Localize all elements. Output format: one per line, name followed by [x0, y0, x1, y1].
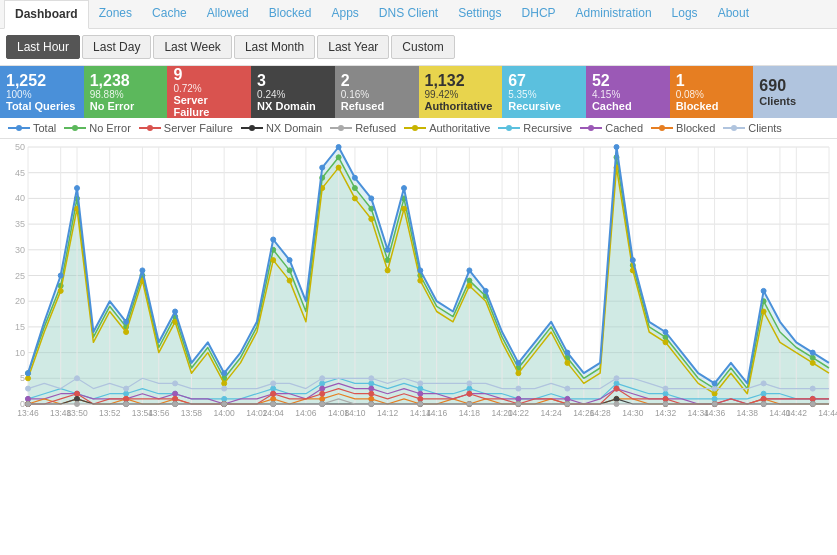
svg-point-5: [147, 125, 153, 131]
stat-nxdomain: 3 0.24% NX Domain: [251, 66, 335, 118]
svg-point-11: [412, 125, 418, 131]
svg-point-160: [222, 396, 227, 401]
legend-cached[interactable]: Cached: [580, 122, 643, 134]
svg-point-253: [614, 402, 619, 407]
svg-point-283: [287, 258, 292, 263]
stat-refused-label: Refused: [341, 100, 413, 112]
svg-point-219: [614, 386, 619, 391]
svg-point-243: [124, 402, 129, 407]
svg-point-288: [385, 247, 390, 252]
stat-servfail-value: 9: [173, 66, 245, 84]
svg-point-220: [663, 396, 668, 401]
legend-total[interactable]: Total: [8, 122, 56, 134]
svg-point-285: [336, 145, 341, 150]
stat-servfail-label: Server Failure: [173, 94, 245, 118]
svg-point-173: [26, 396, 31, 401]
svg-point-138: [271, 258, 276, 263]
btn-last-hour[interactable]: Last Hour: [6, 35, 80, 59]
chart-legend: Total No Error Server Failure NX Domain …: [0, 118, 837, 139]
svg-point-197: [369, 396, 374, 401]
svg-point-260: [124, 386, 129, 391]
svg-point-209: [124, 396, 129, 401]
svg-text:14:16: 14:16: [426, 408, 448, 418]
svg-point-254: [663, 402, 668, 407]
btn-custom[interactable]: Custom: [391, 35, 454, 59]
legend-servfail[interactable]: Server Failure: [139, 122, 233, 134]
stat-recursive-label: Recursive: [508, 100, 580, 112]
svg-point-131: [26, 376, 31, 381]
svg-text:14:28: 14:28: [590, 408, 612, 418]
svg-point-263: [271, 381, 276, 386]
stats-row: 1,252 100% Total Queries 1,238 98.88% No…: [0, 66, 837, 118]
nav-about[interactable]: About: [708, 0, 759, 28]
legend-total-label: Total: [33, 122, 56, 134]
svg-text:20: 20: [15, 296, 25, 306]
svg-point-241: [26, 402, 31, 407]
stat-noerror-pct: 98.88%: [90, 89, 162, 100]
svg-text:10: 10: [15, 348, 25, 358]
svg-text:14:12: 14:12: [377, 408, 399, 418]
legend-cached-label: Cached: [605, 122, 643, 134]
svg-point-284: [320, 165, 325, 170]
svg-text:45: 45: [15, 168, 25, 178]
nav-cache[interactable]: Cache: [142, 0, 197, 28]
btn-last-day[interactable]: Last Day: [82, 35, 151, 59]
stat-cached-value: 52: [592, 72, 664, 90]
nav-blocked[interactable]: Blocked: [259, 0, 322, 28]
svg-point-165: [467, 386, 472, 391]
svg-point-145: [402, 206, 407, 211]
svg-point-116: [352, 186, 357, 191]
btn-last-week[interactable]: Last Week: [153, 35, 231, 59]
svg-text:14:04: 14:04: [263, 408, 285, 418]
stat-cached-pct: 4.15%: [592, 89, 664, 100]
svg-point-19: [731, 125, 737, 131]
svg-point-152: [663, 340, 668, 345]
legend-refused[interactable]: Refused: [330, 122, 396, 134]
stat-recursive-value: 67: [508, 72, 580, 90]
nav-zones[interactable]: Zones: [89, 0, 142, 28]
svg-point-148: [516, 371, 521, 376]
nav-allowed[interactable]: Allowed: [197, 0, 259, 28]
nav-dhcp[interactable]: DHCP: [512, 0, 566, 28]
stat-refused-value: 2: [341, 72, 413, 90]
svg-point-296: [630, 258, 635, 263]
svg-point-274: [810, 386, 815, 391]
svg-point-251: [516, 402, 521, 407]
svg-point-168: [614, 381, 619, 386]
legend-blocked[interactable]: Blocked: [651, 122, 715, 134]
legend-clients[interactable]: Clients: [723, 122, 782, 134]
svg-point-222: [761, 396, 766, 401]
svg-point-244: [173, 402, 178, 407]
legend-blocked-label: Blocked: [676, 122, 715, 134]
nav-dashboard[interactable]: Dashboard: [4, 0, 89, 29]
stat-nxdomain-value: 3: [257, 72, 329, 90]
svg-text:14:18: 14:18: [459, 408, 481, 418]
stat-cached-label: Cached: [592, 100, 664, 112]
stat-auth-value: 1,132: [425, 72, 497, 90]
svg-point-257: [810, 402, 815, 407]
chart-container: 0510152025303540455013:4613:4813:5013:52…: [0, 139, 837, 434]
nav-settings[interactable]: Settings: [448, 0, 511, 28]
svg-point-300: [810, 350, 815, 355]
stat-total-value: 1,252: [6, 72, 78, 90]
btn-last-year[interactable]: Last Year: [317, 35, 389, 59]
svg-point-144: [385, 268, 390, 273]
nav-administration[interactable]: Administration: [566, 0, 662, 28]
stat-clients: 690 Clients: [753, 66, 837, 118]
svg-point-183: [516, 396, 521, 401]
nav-apps[interactable]: Apps: [321, 0, 368, 28]
nav-logs[interactable]: Logs: [662, 0, 708, 28]
nav-dns-client[interactable]: DNS Client: [369, 0, 448, 28]
svg-text:14:30: 14:30: [622, 408, 644, 418]
svg-text:13:50: 13:50: [66, 408, 88, 418]
btn-last-month[interactable]: Last Month: [234, 35, 315, 59]
legend-nxdomain[interactable]: NX Domain: [241, 122, 322, 134]
svg-point-163: [369, 381, 374, 386]
svg-point-286: [352, 175, 357, 180]
legend-auth[interactable]: Authoritative: [404, 122, 490, 134]
legend-recursive[interactable]: Recursive: [498, 122, 572, 134]
svg-text:40: 40: [15, 193, 25, 203]
stat-blocked: 1 0.08% Blocked: [670, 66, 754, 118]
svg-point-265: [369, 376, 374, 381]
legend-noerror[interactable]: No Error: [64, 122, 131, 134]
